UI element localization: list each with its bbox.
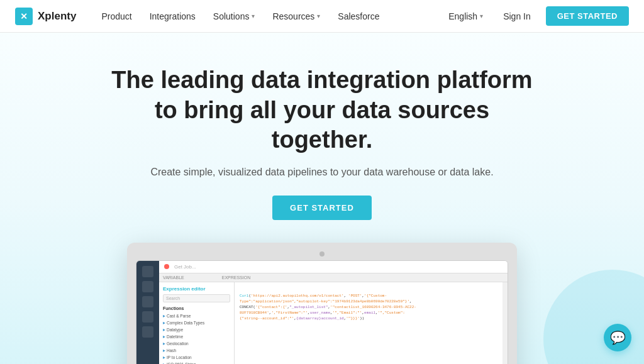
- nav-item-integrations[interactable]: Integrations: [142, 8, 203, 25]
- chat-bubble-button[interactable]: 💬: [604, 324, 631, 351]
- folder-icon: ▸: [163, 361, 165, 365]
- resources-caret-icon: ▾: [317, 13, 320, 19]
- func-hash: ▸ Hash: [163, 347, 230, 354]
- nav-item-salesforce[interactable]: Salesforce: [330, 8, 387, 25]
- screen-topbar: Get Job...: [159, 261, 508, 273]
- sign-in-button[interactable]: Sign In: [496, 9, 538, 24]
- language-caret-icon: ▾: [480, 13, 483, 19]
- expression-editor-title: Expression editor: [163, 286, 230, 292]
- nav-item-solutions[interactable]: Solutions ▾: [206, 8, 263, 25]
- code-content: Curl('https://api2.autopilothq.com/v1/co…: [240, 287, 497, 321]
- laptop-mockup: Get Job... VARIABLE EXPRESSION Expressio…: [127, 243, 517, 365]
- laptop-frame: Get Job... VARIABLE EXPRESSION Expressio…: [127, 243, 517, 365]
- table-header-row: VARIABLE EXPRESSION: [159, 273, 508, 282]
- sidebar-nav-item: [142, 266, 153, 277]
- function-list: ▸ Cast & Parse ▸ Complex Data Types ▸: [163, 312, 230, 365]
- main-nav: Xplenty Product Integrations Solutions ▾…: [0, 0, 644, 33]
- nav-menu: Product Integrations Solutions ▾ Resourc…: [94, 8, 387, 25]
- scrollbar[interactable]: [502, 282, 508, 365]
- nav-item-product[interactable]: Product: [94, 8, 139, 25]
- func-complex: ▸ Complex Data Types: [163, 319, 230, 326]
- func-datatype: ▸ Datatype: [163, 326, 230, 333]
- laptop-screen: Get Job... VARIABLE EXPRESSION Expressio…: [136, 260, 508, 365]
- folder-icon: ▸: [163, 355, 165, 360]
- folder-icon: ▸: [163, 348, 165, 353]
- nav-right: English ▾ Sign In GET STARTED: [443, 6, 629, 26]
- close-dot-icon: [164, 264, 169, 269]
- folder-icon: ▸: [163, 313, 165, 319]
- topbar-label: Get Job...: [174, 264, 196, 270]
- hero-cta-button[interactable]: GET STARTED: [272, 196, 372, 220]
- screen-body: Expression editor Search Functions ▸ Cas…: [159, 282, 508, 365]
- screen-content-area: Get Job... VARIABLE EXPRESSION Expressio…: [136, 261, 508, 365]
- functions-label: Functions: [163, 306, 230, 311]
- sidebar-nav-item: [142, 296, 153, 307]
- nav-left: Xplenty Product Integrations Solutions ▾…: [15, 8, 387, 25]
- sidebar-nav-item: [142, 326, 153, 338]
- sidebar-nav-item: [142, 281, 153, 292]
- functions-search-box[interactable]: Search: [163, 294, 230, 302]
- folder-icon: ▸: [163, 334, 165, 339]
- func-ip: ▸ IP to Location: [163, 354, 230, 361]
- solutions-caret-icon: ▾: [252, 13, 255, 19]
- nav-item-resources[interactable]: Resources ▾: [265, 8, 328, 25]
- column-header-expression: EXPRESSION: [222, 275, 251, 280]
- language-label: English: [448, 11, 477, 21]
- func-cast-parse: ▸ Cast & Parse: [163, 312, 230, 319]
- folder-icon: ▸: [163, 327, 165, 333]
- language-selector[interactable]: English ▾: [443, 9, 488, 24]
- sidebar-nav-item: [142, 311, 153, 323]
- column-header-variable: VARIABLE: [163, 275, 184, 280]
- func-geolocation: ▸ Geolocation: [163, 340, 230, 347]
- hero-subtitle: Create simple, visualized data pipelines…: [150, 167, 493, 178]
- app-sidebar: [136, 261, 159, 365]
- logo-icon: [15, 8, 33, 25]
- functions-panel: Expression editor Search Functions ▸ Cas…: [159, 282, 235, 365]
- folder-icon: ▸: [163, 320, 165, 326]
- laptop-camera: [319, 251, 325, 256]
- hero-title: The leading data integration platform to…: [108, 65, 536, 155]
- func-iso: ▸ ISO 8601 String: [163, 361, 230, 365]
- brand-name: Xplenty: [38, 10, 76, 23]
- expression-code-area: Curl('https://api2.autopilothq.com/v1/co…: [235, 282, 502, 365]
- logo[interactable]: Xplenty: [15, 8, 76, 25]
- folder-icon: ▸: [163, 341, 165, 346]
- screen-main-content: Get Job... VARIABLE EXPRESSION Expressio…: [159, 261, 508, 365]
- chat-icon: 💬: [610, 330, 626, 345]
- hero-bg-decoration: [543, 270, 644, 365]
- hero-section: The leading data integration platform to…: [0, 33, 644, 364]
- nav-get-started-button[interactable]: GET STARTED: [546, 6, 629, 26]
- func-datetime: ▸ Datetime: [163, 333, 230, 340]
